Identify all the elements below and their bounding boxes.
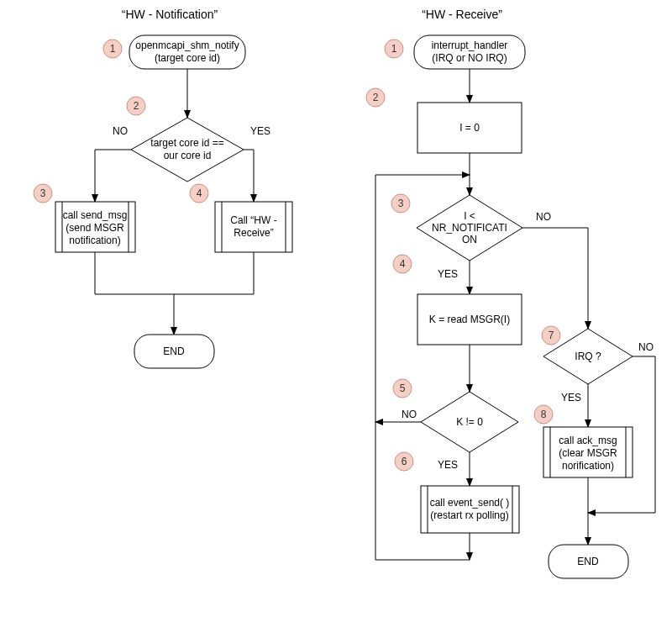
svg-text:6: 6: [402, 456, 407, 467]
svg-text:4: 4: [400, 258, 406, 270]
process-read-text: K = read MSGR(I): [429, 314, 510, 325]
connector: [244, 150, 254, 202]
process-hw-receive-call: Call “HW - Receive”: [215, 202, 292, 252]
process-ack-msg: call ack_msg (clear MSGR norification): [543, 427, 633, 477]
decision-left-line2: our core id: [164, 150, 212, 161]
process-init-text: I = 0: [459, 122, 480, 134]
svg-text:(clear MSGR: (clear MSGR: [559, 447, 617, 459]
end-right-text: END: [577, 556, 599, 567]
end-left-text: END: [163, 345, 185, 357]
svg-text:Call “HW -: Call “HW -: [230, 214, 276, 226]
svg-text:7: 7: [549, 330, 554, 341]
svg-text:call event_send(   ): call event_send( ): [430, 497, 510, 509]
svg-text:(send MSGR: (send MSGR: [66, 222, 124, 234]
svg-text:I <: I <: [464, 210, 475, 222]
svg-text:3: 3: [398, 198, 404, 209]
svg-text:8: 8: [541, 409, 547, 420]
svg-text:ON: ON: [462, 234, 477, 245]
badge-left-4-text: 4: [197, 187, 202, 199]
svg-text:NR_NOTIFICATI: NR_NOTIFICATI: [432, 222, 507, 234]
svg-text:Receive”: Receive”: [234, 227, 273, 239]
label-no-left: NO: [113, 125, 128, 137]
connector: [95, 150, 131, 202]
decision-left-line1: target core id ==: [150, 137, 223, 149]
label-knz-yes: YES: [438, 459, 458, 471]
svg-text:2: 2: [373, 92, 379, 103]
svg-text:1: 1: [391, 43, 397, 55]
start-left-line2: (target core id): [155, 52, 220, 64]
process-send-msg: call send_msg (send MSGR notification): [55, 202, 135, 252]
badge-left-1-text: 1: [110, 43, 116, 55]
svg-text:notification): notification): [69, 235, 120, 246]
connector-loop-no: [522, 228, 588, 329]
title-left: “HW - Notification”: [122, 8, 218, 21]
connector: [95, 252, 254, 294]
label-irq-no: NO: [638, 341, 654, 353]
svg-text:call ack_msg: call ack_msg: [559, 435, 617, 446]
process-event-send: call event_send( ) (restart rx polling): [421, 486, 519, 533]
label-irq-yes: YES: [561, 392, 581, 403]
badge-left-3-text: 3: [40, 187, 46, 199]
svg-text:(restart rx polling): (restart rx polling): [430, 509, 508, 521]
label-yes-left: YES: [250, 125, 270, 137]
svg-text:call send_msg: call send_msg: [63, 209, 128, 221]
start-left-line1: openmcapi_shm_notify: [135, 40, 239, 51]
decision-knz-text: K != 0: [456, 416, 483, 428]
start-right-line1: interrupt_handler: [432, 40, 508, 51]
label-knz-no: NO: [402, 409, 417, 420]
svg-text:norification): norification): [562, 460, 614, 472]
label-loop-no: NO: [536, 211, 551, 223]
badge-left-2-text: 2: [134, 100, 139, 112]
decision-irq-text: IRQ ?: [575, 351, 601, 362]
label-loop-yes: YES: [438, 268, 458, 280]
svg-text:5: 5: [400, 382, 406, 394]
start-right-line2: (IRQ or NO IRQ): [432, 52, 507, 64]
title-right: “HW - Receive”: [422, 8, 502, 21]
